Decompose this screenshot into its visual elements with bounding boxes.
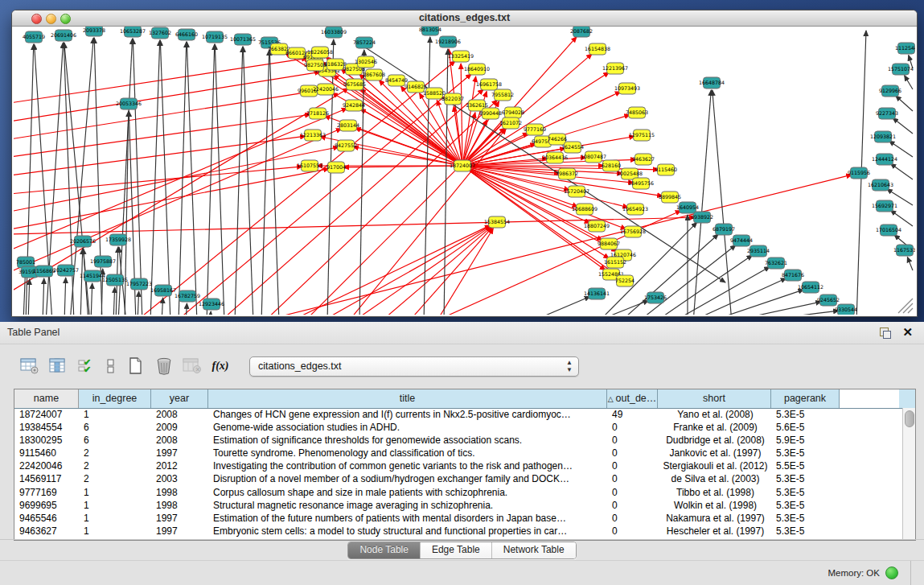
table-cell[interactable]: 49: [607, 408, 658, 421]
table-cell[interactable]: 6: [79, 421, 151, 434]
table-cell[interactable]: Estimation of the future numbers of pati…: [208, 512, 607, 525]
table-settings-icon[interactable]: [18, 355, 42, 377]
delete-table-icon[interactable]: ✕: [180, 355, 204, 377]
table-cell[interactable]: 0: [607, 525, 658, 538]
table-cell[interactable]: 2: [79, 447, 151, 459]
scrollbar-thumb[interactable]: [905, 410, 914, 427]
table-cell[interactable]: 9465546: [14, 512, 79, 525]
table-row[interactable]: 1456911722003Disruption of a novel membe…: [14, 472, 903, 485]
table-row[interactable]: 946554611997Estimation of the future num…: [14, 512, 903, 525]
table-cell[interactable]: 2012: [151, 459, 208, 472]
table-cell[interactable]: 1998: [151, 486, 208, 499]
table-cell[interactable]: 1997: [151, 447, 208, 459]
table-selector-dropdown[interactable]: citations_edges.txt ▲▼: [249, 356, 579, 377]
table-cell[interactable]: 2003: [151, 472, 208, 485]
table-cell[interactable]: 2008: [151, 408, 208, 421]
select-rows-icon[interactable]: ✔✔: [74, 355, 98, 377]
table-cell[interactable]: 5.3E-5: [771, 525, 840, 538]
table-cell[interactable]: 19384554: [14, 421, 79, 434]
table-cell[interactable]: 1: [79, 499, 151, 512]
table-cell[interactable]: 1: [79, 525, 151, 538]
table-row[interactable]: 946362711997Embryonic stem cells: a mode…: [14, 525, 903, 538]
table-cell[interactable]: 5.9E-5: [771, 434, 840, 447]
table-cell[interactable]: Estimation of significance thresholds fo…: [208, 434, 607, 447]
delete-rows-trash-icon[interactable]: [152, 355, 176, 377]
table-cell[interactable]: Investigating the contribution of common…: [208, 459, 607, 472]
table-cell[interactable]: 1: [79, 512, 151, 525]
table-cell[interactable]: 5.3E-5: [771, 447, 840, 459]
table-cell[interactable]: Dudbridge et al. (2008): [658, 434, 771, 447]
close-panel-icon[interactable]: ✕: [902, 325, 913, 340]
table-cell[interactable]: 5.3E-5: [771, 408, 840, 421]
table-cell[interactable]: 0: [607, 447, 658, 459]
table-cell[interactable]: Structural magnetic resonance image aver…: [208, 499, 607, 512]
column-chooser-icon[interactable]: [46, 355, 70, 377]
table-cell[interactable]: 9463627: [14, 525, 79, 538]
table-cell[interactable]: Stergiakouli et al. (2012): [658, 459, 771, 472]
table-cell[interactable]: Embryonic stem cells: a model to study s…: [208, 525, 607, 538]
table-row[interactable]: 1872400712008Changes of HCN gene express…: [14, 408, 903, 421]
column-header-year[interactable]: year: [151, 389, 208, 408]
column-header-in_degree[interactable]: in_degree: [79, 389, 151, 408]
table-cell[interactable]: 0: [607, 486, 658, 499]
network-graph[interactable]: 4055719206914062093378106532871327602646…: [14, 27, 915, 315]
function-builder-icon[interactable]: f(x): [208, 355, 232, 377]
table-row[interactable]: 977716911998Corpus callosum shape and si…: [14, 486, 903, 499]
column-header-out_de[interactable]: △out_de…: [607, 389, 658, 408]
table-cell[interactable]: 1: [79, 408, 151, 421]
table-cell[interactable]: 0: [607, 512, 658, 525]
table-cell[interactable]: 0: [607, 459, 658, 472]
minimize-button[interactable]: [46, 14, 56, 24]
table-cell[interactable]: Nakamura et al. (1997): [658, 512, 771, 525]
tab-edge-table[interactable]: Edge Table: [421, 542, 492, 558]
table-cell[interactable]: 9699695: [14, 499, 79, 512]
table-cell[interactable]: 5.3E-5: [771, 499, 840, 512]
table-cell[interactable]: 2009: [151, 421, 208, 434]
table-row[interactable]: 1830029562008Estimation of significance …: [14, 434, 903, 447]
table-cell[interactable]: Wolkin et al. (1998): [658, 499, 771, 512]
column-header-short[interactable]: short: [658, 389, 771, 408]
table-cell[interactable]: Changes of HCN gene expression and I(f) …: [208, 408, 607, 421]
table-row[interactable]: 969969511998Structural magnetic resonanc…: [14, 499, 903, 512]
table-cell[interactable]: 0: [607, 434, 658, 447]
network-window-titlebar[interactable]: citations_edges.txt: [12, 10, 917, 27]
table-cell[interactable]: Tibbo et al. (1998): [658, 486, 771, 499]
table-cell[interactable]: 2: [79, 472, 151, 485]
table-cell[interactable]: 14569117: [14, 472, 79, 485]
row-height-icon[interactable]: [102, 355, 120, 377]
table-cell[interactable]: Franke et al. (2009): [658, 421, 771, 434]
network-view-window[interactable]: citations_edges.txt 40557192069140620933…: [11, 10, 918, 317]
table-cell[interactable]: 9115460: [14, 447, 79, 459]
table-cell[interactable]: 2: [79, 459, 151, 472]
table-row[interactable]: 1938455462009Genome-wide association stu…: [14, 421, 903, 434]
resize-grip-icon[interactable]: [898, 299, 913, 313]
table-cell[interactable]: 5.3E-5: [771, 512, 840, 525]
table-cell[interactable]: 22420046: [14, 459, 79, 472]
table-cell[interactable]: 0: [607, 499, 658, 512]
table-cell[interactable]: 6: [79, 434, 151, 447]
tab-node-table[interactable]: Node Table: [348, 542, 421, 558]
table-cell[interactable]: Jankovic et al. (1997): [658, 447, 771, 459]
float-window-icon[interactable]: [880, 328, 889, 336]
table-cell[interactable]: 1997: [151, 512, 208, 525]
table-cell[interactable]: 1: [79, 486, 151, 499]
table-row[interactable]: 2242004622012Investigating the contribut…: [14, 459, 903, 472]
close-button[interactable]: [31, 14, 42, 24]
column-header-name[interactable]: name: [14, 389, 79, 408]
column-header-pagerank[interactable]: pagerank: [771, 389, 840, 408]
tab-network-table[interactable]: Network Table: [492, 542, 576, 558]
table-cell[interactable]: 18300295: [14, 434, 79, 447]
table-cell[interactable]: 5.3E-5: [771, 486, 840, 499]
network-canvas[interactable]: 4055719206914062093378106532871327602646…: [14, 27, 915, 315]
vertical-scrollbar[interactable]: [902, 408, 915, 540]
table-cell[interactable]: 1998: [151, 499, 208, 512]
table-cell[interactable]: Corpus callosum shape and size in male p…: [208, 486, 607, 499]
table-cell[interactable]: 2008: [151, 434, 208, 447]
table-cell[interactable]: de Silva et al. (2003): [658, 472, 771, 485]
table-cell[interactable]: 1997: [151, 525, 208, 538]
table-cell[interactable]: 9777169: [14, 486, 79, 499]
table-cell[interactable]: 0: [607, 421, 658, 434]
table-cell[interactable]: Tourette syndrome. Phenomenology and cla…: [208, 447, 607, 459]
table-cell[interactable]: 0: [607, 472, 658, 485]
table-row[interactable]: 911546021997Tourette syndrome. Phenomeno…: [14, 447, 903, 459]
